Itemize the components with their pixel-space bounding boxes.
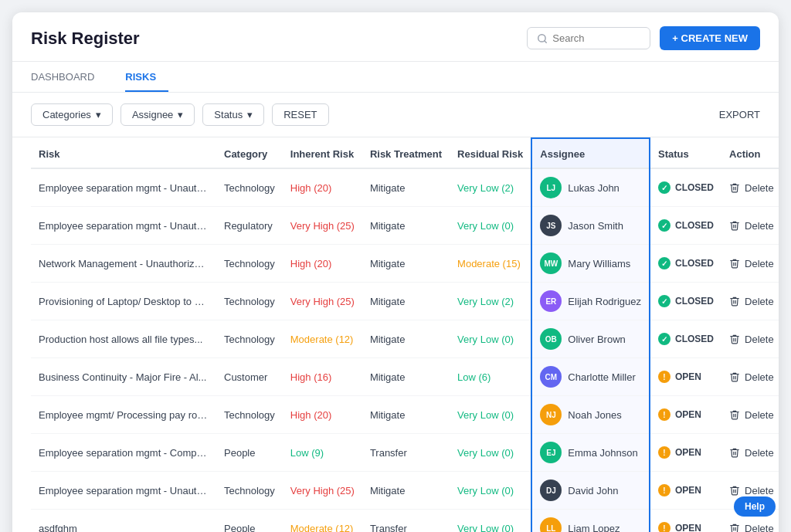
tab-risks[interactable]: RISKS: [125, 62, 168, 92]
cell-risk: Employee separation mgmt - Unauthoriz...: [31, 168, 216, 207]
col-category: Category: [216, 138, 283, 168]
avatar: EJ: [540, 442, 562, 463]
cell-inherent-risk: Very High (25): [283, 283, 362, 320]
svg-line-1: [545, 40, 547, 42]
tabs-bar: DASHBOARD RISKS: [12, 62, 779, 93]
cell-risk: Employee separation mgmt - Unauthoriz...: [31, 207, 216, 245]
table-wrap: Risk Category Inherent Risk Risk Treatme…: [12, 137, 779, 532]
cell-inherent-risk: High (16): [283, 358, 362, 396]
cell-category: Technology: [216, 320, 283, 358]
cell-action[interactable]: Delete: [721, 283, 779, 320]
cell-action[interactable]: Delete: [721, 320, 779, 358]
delete-label: Delete: [745, 182, 774, 194]
open-icon: !: [658, 408, 670, 421]
table-row: Employee separation mgmt - Unauthoriz...…: [31, 472, 779, 510]
assignee-name: Noah Jones: [568, 409, 621, 421]
reset-button[interactable]: RESET: [272, 103, 328, 126]
categories-chevron-icon: ▾: [96, 109, 101, 120]
table-row: Employee separation mgmt - Company as...…: [31, 434, 779, 472]
assignee-name: Elijah Rodriguez: [568, 296, 641, 307]
delete-button[interactable]: Delete: [729, 220, 774, 232]
cell-category: People: [216, 434, 283, 472]
cell-inherent-risk: Very High (25): [283, 472, 362, 510]
cell-risk-treatment: Mitigate: [362, 358, 450, 396]
filters-bar: Categories ▾ Assignee ▾ Status ▾ RESET E…: [12, 93, 779, 137]
search-icon: [537, 33, 548, 44]
cell-residual-risk: Very Low (0): [450, 472, 531, 510]
cell-category: Technology: [216, 283, 283, 320]
cell-risk-treatment: Mitigate: [362, 283, 450, 320]
cell-assignee: EJEmma Johnson: [531, 434, 650, 472]
help-button[interactable]: Help: [734, 496, 776, 517]
delete-button[interactable]: Delete: [729, 485, 774, 496]
cell-residual-risk: Very Low (0): [450, 510, 531, 533]
avatar: CM: [540, 366, 562, 388]
status-badge: CLOSED: [675, 220, 714, 231]
assignee-name: Charlotte Miller: [568, 371, 635, 383]
delete-button[interactable]: Delete: [729, 334, 774, 345]
trash-icon: [729, 182, 740, 193]
status-badge: OPEN: [675, 447, 701, 458]
create-new-button[interactable]: + CREATE NEW: [660, 26, 760, 50]
cell-residual-risk: Very Low (0): [450, 320, 531, 358]
status-chevron-icon: ▾: [247, 109, 253, 120]
cell-status: ✓CLOSED: [650, 168, 721, 207]
delete-label: Delete: [745, 258, 774, 269]
categories-filter[interactable]: Categories ▾: [31, 103, 113, 126]
search-input[interactable]: [552, 32, 640, 44]
cell-inherent-risk: High (20): [283, 396, 362, 434]
status-badge: CLOSED: [675, 296, 714, 307]
assignee-name: Mary Williams: [568, 258, 630, 269]
cell-category: Technology: [216, 396, 283, 434]
avatar: ER: [540, 290, 562, 312]
cell-action[interactable]: Delete: [721, 168, 779, 207]
delete-button[interactable]: Delete: [729, 182, 774, 194]
open-icon: !: [658, 522, 670, 532]
assignee-filter[interactable]: Assignee ▾: [121, 103, 195, 126]
cell-risk: Employee mgmt/ Processing pay roll da...: [31, 396, 216, 434]
delete-button[interactable]: Delete: [729, 447, 774, 459]
delete-button[interactable]: Delete: [729, 371, 774, 383]
col-risk: Risk: [31, 138, 216, 168]
cell-category: Regulatory: [216, 207, 283, 245]
status-filter[interactable]: Status ▾: [202, 103, 264, 126]
delete-button[interactable]: Delete: [729, 523, 774, 533]
search-box[interactable]: [527, 27, 650, 49]
table-row: Employee separation mgmt - Unauthoriz...…: [31, 168, 779, 207]
cell-assignee: JSJason Smith: [531, 207, 650, 245]
cell-status: ✓CLOSED: [650, 207, 721, 245]
export-button[interactable]: EXPORT: [719, 104, 760, 125]
table-row: Employee mgmt/ Processing pay roll da...…: [31, 396, 779, 434]
cell-inherent-risk: Moderate (12): [283, 320, 362, 358]
cell-risk-treatment: Mitigate: [362, 396, 450, 434]
cell-action[interactable]: Delete: [721, 358, 779, 396]
assignee-name: Oliver Brown: [568, 334, 625, 345]
cell-assignee: LJLukas John: [531, 168, 650, 207]
cell-assignee: OBOliver Brown: [531, 320, 650, 358]
cell-assignee: CMCharlotte Miller: [531, 358, 650, 396]
cell-inherent-risk: Low (9): [283, 434, 362, 472]
cell-action[interactable]: Delete: [721, 245, 779, 283]
col-inherent-risk: Inherent Risk: [283, 138, 362, 168]
delete-button[interactable]: Delete: [729, 258, 774, 269]
assignee-name: Lukas John: [568, 182, 620, 194]
delete-button[interactable]: Delete: [729, 296, 774, 307]
cell-action[interactable]: Delete: [721, 434, 779, 472]
cell-inherent-risk: Very High (25): [283, 207, 362, 245]
tab-dashboard[interactable]: DASHBOARD: [31, 62, 107, 92]
assignee-name: Liam Lopez: [568, 523, 620, 533]
open-icon: !: [658, 371, 670, 383]
trash-icon: [729, 334, 740, 344]
status-badge: OPEN: [675, 409, 701, 420]
cell-risk-treatment: Transfer: [362, 434, 450, 472]
cell-residual-risk: Very Low (2): [450, 283, 531, 320]
delete-button[interactable]: Delete: [729, 409, 774, 421]
delete-label: Delete: [745, 447, 774, 459]
cell-action[interactable]: Delete: [721, 207, 779, 245]
closed-icon: ✓: [658, 219, 670, 232]
avatar: LJ: [540, 177, 562, 198]
cell-risk: Network Management - Unauthorized log...: [31, 245, 216, 283]
open-icon: !: [658, 484, 670, 496]
cell-assignee: ERElijah Rodriguez: [531, 283, 650, 320]
cell-action[interactable]: Delete: [721, 396, 779, 434]
